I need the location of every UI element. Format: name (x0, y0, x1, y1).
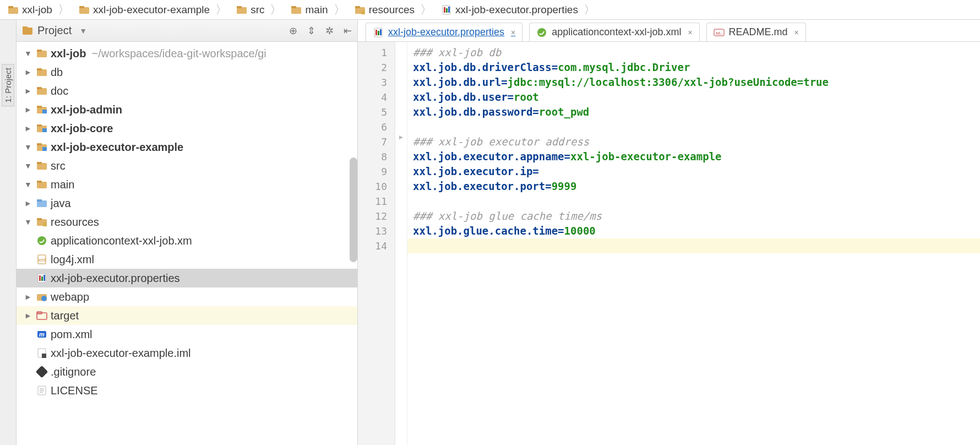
code-line[interactable]: xxl.job.executor.port=9999 (407, 179, 980, 194)
svg-rect-9 (355, 6, 360, 8)
project-tree[interactable]: xxl-job~/workspaces/idea-git-workspace/g… (17, 42, 357, 445)
code-editor[interactable]: ### xxl-job dbxxl.job.db.driverClass=com… (407, 42, 980, 445)
code-line[interactable] (407, 238, 980, 253)
editor-tab[interactable]: M↓README.md× (706, 23, 806, 41)
editor-tab[interactable]: applicationcontext-xxl-job.xml× (529, 23, 699, 41)
code-line[interactable]: ### xxl-job db (407, 45, 980, 60)
svg-rect-13 (446, 8, 448, 13)
expand-arrow-icon[interactable] (23, 82, 33, 100)
tree-row[interactable]: target (17, 306, 357, 325)
expand-arrow-icon[interactable] (23, 100, 33, 119)
code-line[interactable]: xxl.job.executor.appname=xxl-job-executo… (407, 149, 980, 164)
chevron-right-icon: 〉 (268, 4, 284, 16)
svg-point-41 (37, 236, 46, 245)
tree-label: webapp (51, 287, 89, 306)
expand-arrow-icon[interactable] (23, 175, 33, 194)
project-panel-title[interactable]: Project ▼ (22, 24, 284, 37)
line-gutter: 1234567891011121314 (358, 42, 395, 445)
code-line[interactable]: xxl.job.executor.ip= (407, 164, 980, 179)
expand-arrow-icon[interactable] (23, 138, 33, 156)
svg-rect-37 (37, 199, 42, 202)
svg-rect-63 (378, 31, 379, 35)
tree-row[interactable]: main (17, 175, 357, 194)
res-folder-icon (355, 4, 366, 15)
tree-row[interactable]: xxl-job-executor.properties (17, 269, 357, 287)
svg-rect-33 (37, 162, 42, 164)
project-tool-tab[interactable]: 1: Project (2, 64, 14, 106)
line-number: 14 (358, 238, 395, 253)
expand-arrow-icon[interactable] (23, 44, 33, 63)
tree-row[interactable]: LICENSE (17, 381, 357, 400)
excl-folder-icon (36, 310, 47, 321)
tree-row[interactable]: applicationcontext-xxl-job.xm (17, 231, 357, 250)
tree-row[interactable]: xxl-job-admin (17, 100, 357, 119)
code-line[interactable]: xxl.job.glue.cache.time=10000 (407, 224, 980, 238)
breadcrumb-label: main (305, 4, 328, 16)
svg-text:xml: xml (38, 257, 46, 263)
code-line[interactable]: xxl.job.db.user=root (407, 90, 980, 105)
tree-row[interactable]: mpom.xml (17, 325, 357, 344)
breadcrumb-item[interactable]: src〉 (233, 4, 287, 16)
scrollbar-thumb[interactable] (350, 158, 357, 262)
project-panel-title-text: Project (37, 24, 72, 37)
locate-icon[interactable]: ⊕ (289, 25, 297, 37)
svg-rect-56 (36, 366, 47, 377)
code-line[interactable]: xxl.job.db.url=jdbc:mysql://localhost:33… (407, 75, 980, 90)
tree-row[interactable]: doc (17, 82, 357, 100)
props-icon (373, 27, 384, 38)
tree-row[interactable]: xxl-job-core (17, 119, 357, 138)
expand-arrow-icon[interactable] (23, 119, 33, 138)
tree-row[interactable]: java (17, 194, 357, 213)
breadcrumb-item[interactable]: main〉 (287, 4, 351, 16)
breadcrumb-item[interactable]: resources〉 (351, 4, 438, 16)
line-number: 6 (358, 120, 395, 134)
tree-row[interactable]: xxl-job-executor-example.iml (17, 344, 357, 362)
code-line[interactable]: ### xxl-job glue cache time/ms (407, 209, 980, 224)
expand-arrow-icon[interactable] (23, 306, 33, 325)
collapse-icon[interactable]: ⇕ (307, 25, 315, 37)
close-icon[interactable]: × (511, 28, 515, 37)
code-line[interactable] (407, 120, 980, 134)
line-number: 12 (358, 209, 395, 224)
tree-row[interactable]: src (17, 156, 357, 175)
chevron-right-icon: 〉 (581, 4, 598, 16)
project-icon (22, 25, 33, 36)
code-line[interactable]: xxl.job.db.driverClass=com.mysql.jdbc.Dr… (407, 60, 980, 75)
mod-folder-icon (36, 123, 47, 134)
gear-icon[interactable]: ✲ (325, 25, 334, 37)
tree-row[interactable]: webapp (17, 287, 357, 306)
project-panel-header: Project ▼ ⊕ ⇕ ✲ ⇤ (17, 20, 357, 42)
code-line[interactable]: xxl.job.db.password=root_pwd (407, 105, 980, 120)
tree-row[interactable]: xxl-job-executor-example (17, 138, 357, 156)
hide-icon[interactable]: ⇤ (344, 25, 352, 37)
editor-tab[interactable]: xxl-job-executor.properties× (366, 23, 522, 41)
expand-arrow-icon[interactable] (23, 194, 33, 213)
tree-row[interactable]: xmllog4j.xml (17, 250, 357, 269)
svg-rect-35 (37, 181, 42, 183)
code-line[interactable]: ### xxl-job executor address (407, 134, 980, 149)
expand-arrow-icon[interactable] (23, 287, 33, 306)
expand-arrow-icon[interactable] (23, 63, 33, 82)
svg-rect-40 (43, 223, 47, 226)
breadcrumb-item[interactable]: xxl-job-executor-example〉 (75, 4, 233, 16)
tree-label: resources (51, 213, 99, 231)
line-number: 3 (358, 75, 395, 90)
tree-label: java (51, 194, 71, 213)
code-line[interactable] (407, 194, 980, 209)
line-number: 8 (358, 149, 395, 164)
close-icon[interactable]: × (794, 28, 799, 37)
tree-row[interactable]: db (17, 63, 357, 82)
line-number: 4 (358, 90, 395, 105)
breadcrumb-item[interactable]: xxl-job〉 (4, 4, 75, 16)
close-icon[interactable]: × (688, 28, 692, 37)
mod-folder-icon (36, 142, 47, 153)
breadcrumb-item[interactable]: xxl-job-executor.properties〉 (438, 4, 601, 16)
expand-arrow-icon[interactable] (23, 213, 33, 231)
tree-row[interactable]: .gitignore (17, 362, 357, 381)
tree-row[interactable]: resources (17, 213, 357, 231)
expand-arrow-icon[interactable] (23, 156, 33, 175)
svg-rect-10 (361, 10, 365, 14)
tree-row[interactable]: xxl-job~/workspaces/idea-git-workspace/g… (17, 44, 357, 63)
chevron-down-icon: ▼ (79, 26, 87, 35)
fold-arrow-icon[interactable]: ► (395, 133, 407, 141)
